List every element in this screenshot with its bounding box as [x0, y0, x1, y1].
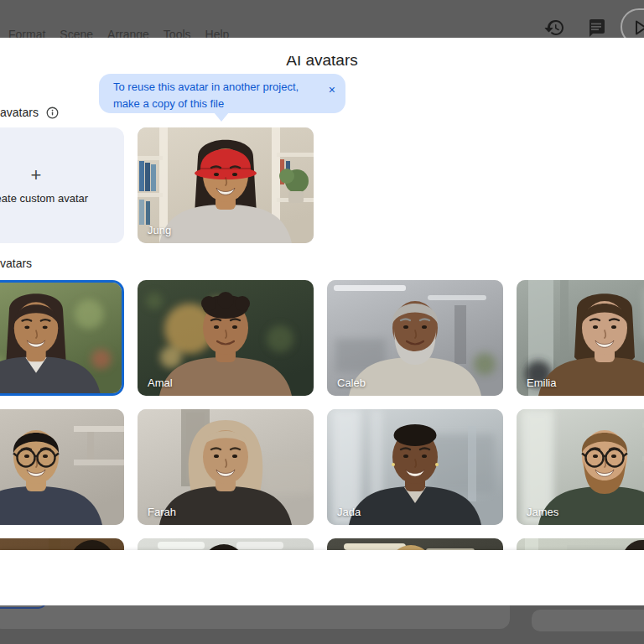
- avatar-name-label: James: [527, 506, 558, 518]
- menu-tools[interactable]: Tools: [164, 28, 191, 38]
- stock-avatars-grid: AmalCalebEmiliaFarahJadaJames: [0, 280, 644, 550]
- play-icon: [631, 18, 644, 38]
- avatar-card-farah[interactable]: Farah: [138, 409, 314, 525]
- section-stock-avatars-label: vatars: [0, 257, 32, 270]
- avatar-name-label: Amal: [148, 377, 173, 389]
- dialog-scroll-area[interactable]: AI avatars avatars + Create custom avata…: [0, 56, 644, 550]
- dialog-title: AI avatars: [0, 56, 644, 70]
- tooltip-close-button[interactable]: ×: [329, 84, 335, 96]
- background-panel-right: [532, 610, 644, 631]
- avatar-card-r1c1[interactable]: [0, 280, 124, 396]
- menu-help[interactable]: Help: [205, 28, 230, 38]
- section-your-avatars-label: avatars: [0, 106, 39, 119]
- avatar-name-label: Jung: [148, 224, 171, 236]
- avatar-card-amal[interactable]: Amal: [138, 280, 314, 396]
- avatar-photo: [0, 283, 122, 393]
- avatar-card-r3c1[interactable]: [0, 538, 124, 550]
- avatar-card-jada[interactable]: Jada: [327, 409, 503, 525]
- menubar: Format Scene Arrange Tools Help: [8, 28, 229, 38]
- avatar-name-label: Jada: [337, 506, 361, 518]
- avatar-name-label: Emilia: [527, 377, 556, 389]
- info-icon[interactable]: [46, 106, 59, 119]
- menu-arrange[interactable]: Arrange: [107, 28, 149, 38]
- version-history-icon[interactable]: [544, 18, 564, 38]
- avatar-photo: [0, 409, 124, 525]
- avatar-photo: [138, 538, 314, 550]
- section-your-avatars: avatars: [0, 106, 59, 119]
- tooltip-line-2: make a copy of this file: [113, 96, 317, 112]
- avatar-name-label: Caleb: [337, 377, 366, 389]
- app-toolbar-dimmed: Format Scene Arrange Tools Help: [0, 0, 644, 38]
- dimmed-app-background: [0, 605, 644, 644]
- avatar-card-james[interactable]: James: [517, 409, 644, 525]
- section-stock-avatars: vatars: [0, 257, 32, 270]
- comment-icon[interactable]: [586, 18, 606, 38]
- plus-icon: +: [31, 166, 42, 184]
- avatar-name-label: Farah: [148, 506, 176, 518]
- dialog-footer: [0, 550, 644, 605]
- avatar-card-r3c2[interactable]: [138, 538, 314, 550]
- avatar-card-r3c4[interactable]: [517, 538, 644, 550]
- menu-format[interactable]: Format: [8, 28, 45, 38]
- avatar-card-jung[interactable]: Jung: [138, 127, 314, 243]
- tooltip-line-1: To reuse this avatar in another project,: [113, 79, 317, 96]
- avatar-card-caleb[interactable]: Caleb: [327, 280, 503, 396]
- avatar-photo: [517, 538, 644, 550]
- avatar-card-r2c1[interactable]: [0, 409, 124, 525]
- your-avatars-row: + Create custom avatar Jung: [0, 127, 314, 243]
- play-button[interactable]: [621, 8, 644, 38]
- avatar-card-r3c3[interactable]: [327, 538, 503, 550]
- background-panel-left: [0, 605, 510, 629]
- create-custom-avatar-label: Create custom avatar: [0, 192, 88, 205]
- avatar-photo: [0, 538, 124, 550]
- avatar-photo: [327, 538, 503, 550]
- ai-avatars-dialog: AI avatars avatars + Create custom avata…: [0, 38, 644, 605]
- menu-scene[interactable]: Scene: [60, 28, 93, 38]
- create-custom-avatar-button[interactable]: + Create custom avatar: [0, 127, 124, 243]
- avatar-card-emilia[interactable]: Emilia: [517, 280, 644, 396]
- reuse-avatar-tooltip: To reuse this avatar in another project,…: [99, 74, 345, 113]
